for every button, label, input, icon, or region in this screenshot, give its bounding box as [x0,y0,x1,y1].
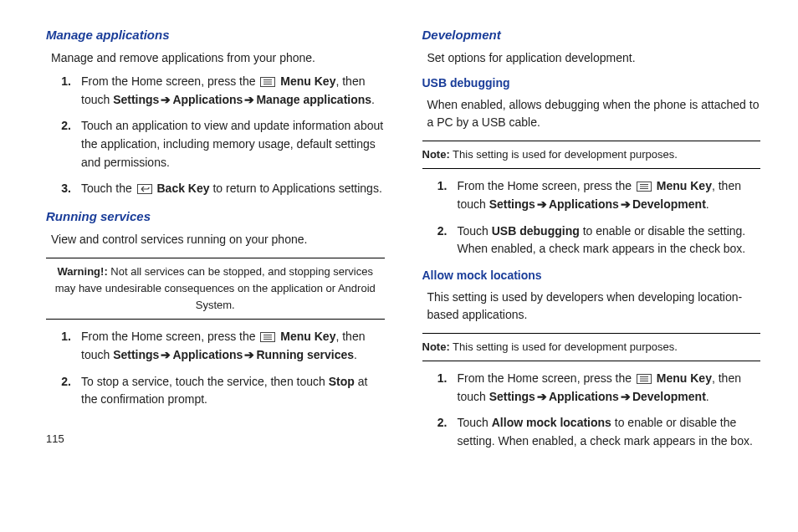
list-item: 3. Touch the Back Key to return to Appli… [58,180,385,198]
heading-manage-applications: Manage applications [46,25,385,44]
menu-key-icon [637,374,652,384]
step-number: 1. [434,370,448,406]
step-number: 3. [58,180,71,198]
steps-allow-mock-locations: 1. From the Home screen, press the Menu … [422,370,761,451]
menu-key-icon [260,77,275,87]
step-text: To stop a service, touch the service, th… [81,373,385,409]
step-number: 2. [434,414,448,450]
note-label: Note: [422,340,450,353]
desc-development: Set options for application development. [427,49,761,68]
list-item: 1. From the Home screen, press the Menu … [58,73,385,109]
heading-usb-debugging: USB debugging [422,74,761,93]
warning-box: Warning!: Not all services can be stoppe… [46,258,385,320]
step-number: 2. [434,223,448,258]
step-text: From the Home screen, press the Menu Key… [458,370,761,406]
list-item: 2. Touch Allow mock locations to enable … [434,414,761,450]
page-number: 115 [46,431,385,448]
note-label: Note: [422,148,450,161]
step-text: From the Home screen, press the Menu Key… [458,177,761,213]
step-number: 1. [434,177,448,213]
desc-running-services: View and control services running on you… [51,231,385,249]
note-box: Note: This setting is used for developme… [422,333,761,361]
right-column: Development Set options for application … [422,25,761,459]
steps-usb-debugging: 1. From the Home screen, press the Menu … [422,177,761,258]
desc-manage-applications: Manage and remove applications from your… [51,49,385,68]
step-text: Touch USB debugging to enable or disable… [458,223,761,258]
step-text: Touch Allow mock locations to enable or … [458,414,761,450]
menu-key-icon [260,332,275,342]
list-item: 1. From the Home screen, press the Menu … [434,370,761,406]
step-number: 1. [58,328,71,364]
note-box: Note: This setting is used for developme… [422,141,761,169]
back-key-icon [137,184,152,194]
list-item: 2. To stop a service, touch the service,… [58,373,385,409]
step-text: From the Home screen, press the Menu Key… [81,328,385,364]
list-item: 1. From the Home screen, press the Menu … [434,177,761,213]
step-text: From the Home screen, press the Menu Key… [81,73,385,109]
menu-key-icon [637,182,652,192]
step-number: 2. [58,373,71,409]
desc-usb-debugging: When enabled, allows debugging when the … [427,96,761,132]
step-number: 1. [58,73,71,109]
left-column: Manage applications Manage and remove ap… [46,25,385,459]
note-text: This setting is used for development pur… [450,340,678,353]
heading-development: Development [422,25,761,44]
heading-running-services: Running services [46,207,385,226]
step-text: Touch an application to view and update … [81,117,385,171]
steps-manage-applications: 1. From the Home screen, press the Menu … [46,73,385,198]
warning-label: Warning!: [58,265,108,278]
step-number: 2. [58,117,71,171]
heading-allow-mock-locations: Allow mock locations [422,267,761,285]
list-item: 2. Touch USB debugging to enable or disa… [434,223,761,258]
list-item: 2. Touch an application to view and upda… [58,117,385,171]
desc-allow-mock-locations: This setting is used by developers when … [427,289,761,325]
step-text: Touch the Back Key to return to Applicat… [81,180,385,198]
note-text: This setting is used for development pur… [450,148,678,161]
list-item: 1. From the Home screen, press the Menu … [58,328,385,364]
steps-running-services: 1. From the Home screen, press the Menu … [46,328,385,409]
